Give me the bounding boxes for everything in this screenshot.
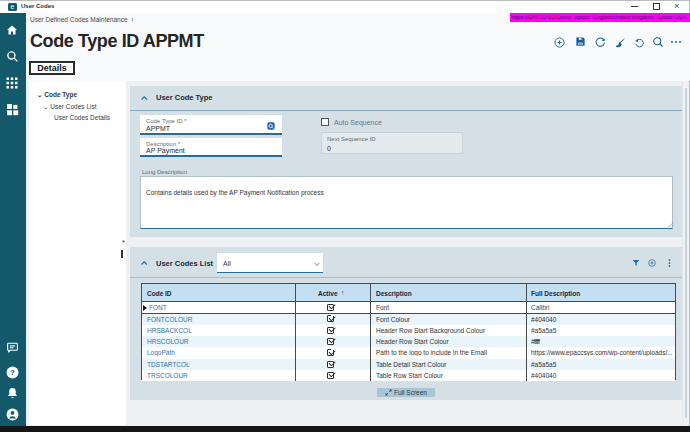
svg-text:?: ? — [10, 368, 15, 377]
